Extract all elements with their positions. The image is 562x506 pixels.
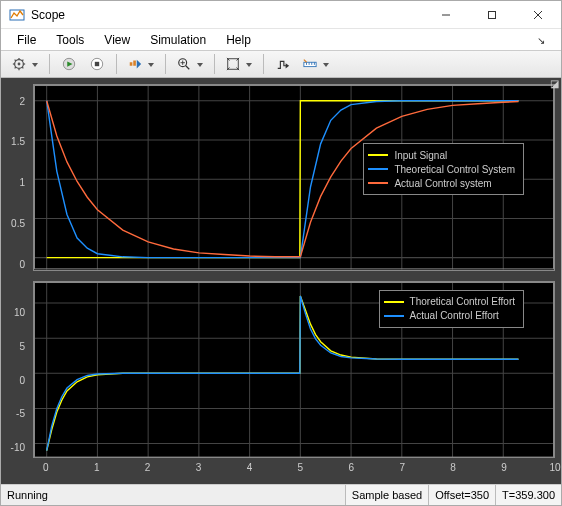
legend-item[interactable]: Actual Control Effort bbox=[384, 309, 515, 323]
x-tick-label: 2 bbox=[145, 462, 151, 473]
legend-item[interactable]: Actual Control system bbox=[368, 176, 515, 190]
x-tick-label: 4 bbox=[247, 462, 253, 473]
step-button[interactable] bbox=[123, 52, 159, 76]
toolbar-separator bbox=[263, 54, 264, 74]
axes-1[interactable]: Input SignalTheoretical Control SystemAc… bbox=[33, 84, 555, 270]
legend-1[interactable]: Input SignalTheoretical Control SystemAc… bbox=[363, 143, 524, 195]
run-button[interactable] bbox=[56, 52, 82, 76]
window-controls bbox=[423, 1, 561, 28]
svg-rect-19 bbox=[130, 62, 133, 66]
menu-tools[interactable]: Tools bbox=[46, 31, 94, 49]
x-tick-label: 8 bbox=[450, 462, 456, 473]
toolbar-separator bbox=[165, 54, 166, 74]
undock-icon[interactable]: ↘ bbox=[527, 33, 555, 48]
scope-app-icon bbox=[9, 7, 25, 23]
window-title: Scope bbox=[31, 8, 423, 22]
x-tick-label: 1 bbox=[94, 462, 100, 473]
x-tick-label: 0 bbox=[43, 462, 49, 473]
titlebar: Scope bbox=[1, 1, 561, 29]
y-gutter: 00.511.52 -10-50510 bbox=[7, 84, 33, 484]
measurements-button[interactable] bbox=[298, 52, 334, 76]
statusbar: Running Sample based Offset=350 T=359.30… bbox=[1, 484, 561, 505]
svg-line-13 bbox=[15, 67, 16, 68]
x-tick-label: 10 bbox=[549, 462, 560, 473]
legend-label: Theoretical Control System bbox=[394, 164, 515, 175]
plot-area: ◪ 00.511.52 -10-50510 Input SignalTheore… bbox=[1, 78, 561, 484]
gear-icon bbox=[12, 57, 26, 71]
zoom-button[interactable] bbox=[172, 52, 208, 76]
y-tick-label: 1.5 bbox=[11, 136, 25, 147]
signals-button[interactable] bbox=[270, 52, 296, 76]
legend-label: Actual Control Effort bbox=[410, 310, 499, 321]
svg-point-6 bbox=[18, 63, 21, 66]
stop-button[interactable] bbox=[84, 52, 110, 76]
legend-2[interactable]: Thoretical Control EffortActual Control … bbox=[379, 290, 524, 328]
signals-icon bbox=[276, 57, 290, 71]
svg-marker-31 bbox=[286, 63, 290, 68]
legend-label: Thoretical Control Effort bbox=[410, 296, 515, 307]
svg-rect-2 bbox=[489, 11, 496, 18]
menu-help[interactable]: Help bbox=[216, 31, 261, 49]
menubar: File Tools View Simulation Help ↘ bbox=[1, 29, 561, 50]
autoscale-button[interactable] bbox=[221, 52, 257, 76]
legend-item[interactable]: Theoretical Control System bbox=[368, 162, 515, 176]
y-tick-label: -5 bbox=[16, 408, 25, 419]
y-tick-label: 5 bbox=[19, 341, 25, 352]
step-forward-icon bbox=[128, 57, 142, 71]
zoom-in-icon bbox=[177, 57, 191, 71]
y-tick-label: 10 bbox=[14, 307, 25, 318]
scope-marker-icon[interactable]: ◪ bbox=[550, 78, 559, 89]
x-axis-ticks: 012345678910 bbox=[33, 462, 555, 478]
menu-simulation[interactable]: Simulation bbox=[140, 31, 216, 49]
legend-label: Input Signal bbox=[394, 150, 447, 161]
status-time: T=359.300 bbox=[495, 485, 561, 505]
y-tick-label: 1 bbox=[19, 177, 25, 188]
settings-button[interactable] bbox=[7, 52, 43, 76]
legend-item[interactable]: Thoretical Control Effort bbox=[384, 295, 515, 309]
toolbar-separator bbox=[214, 54, 215, 74]
x-tick-label: 5 bbox=[298, 462, 304, 473]
ruler-icon bbox=[303, 57, 317, 71]
axes-2[interactable]: Thoretical Control EffortActual Control … bbox=[33, 281, 555, 459]
svg-marker-21 bbox=[137, 60, 141, 69]
minimize-button[interactable] bbox=[423, 1, 469, 28]
autoscale-icon bbox=[226, 57, 240, 71]
svg-line-23 bbox=[186, 66, 190, 70]
y-tick-label: 0 bbox=[19, 374, 25, 385]
svg-rect-20 bbox=[133, 61, 136, 66]
stop-icon bbox=[90, 57, 104, 71]
y-tick-label: 0 bbox=[19, 259, 25, 270]
x-tick-label: 3 bbox=[196, 462, 202, 473]
svg-rect-18 bbox=[95, 62, 99, 66]
svg-line-11 bbox=[15, 60, 16, 61]
y-tick-label: 2 bbox=[19, 95, 25, 106]
toolbar-separator bbox=[116, 54, 117, 74]
svg-line-14 bbox=[22, 60, 23, 61]
x-tick-label: 7 bbox=[399, 462, 405, 473]
svg-line-12 bbox=[22, 67, 23, 68]
x-tick-label: 6 bbox=[349, 462, 355, 473]
legend-label: Actual Control system bbox=[394, 178, 491, 189]
scope-window: Scope File Tools View Simulation Help ↘ bbox=[0, 0, 562, 506]
y-tick-label: 0.5 bbox=[11, 218, 25, 229]
run-icon bbox=[62, 57, 76, 71]
status-sample: Sample based bbox=[345, 485, 428, 505]
y-tick-label: -10 bbox=[11, 441, 25, 452]
legend-item[interactable]: Input Signal bbox=[368, 148, 515, 162]
menu-view[interactable]: View bbox=[94, 31, 140, 49]
status-running: Running bbox=[1, 489, 345, 501]
menu-file[interactable]: File bbox=[7, 31, 46, 49]
toolbar-separator bbox=[49, 54, 50, 74]
close-button[interactable] bbox=[515, 1, 561, 28]
status-offset: Offset=350 bbox=[428, 485, 495, 505]
toolbar bbox=[1, 50, 561, 78]
x-tick-label: 9 bbox=[501, 462, 507, 473]
maximize-button[interactable] bbox=[469, 1, 515, 28]
